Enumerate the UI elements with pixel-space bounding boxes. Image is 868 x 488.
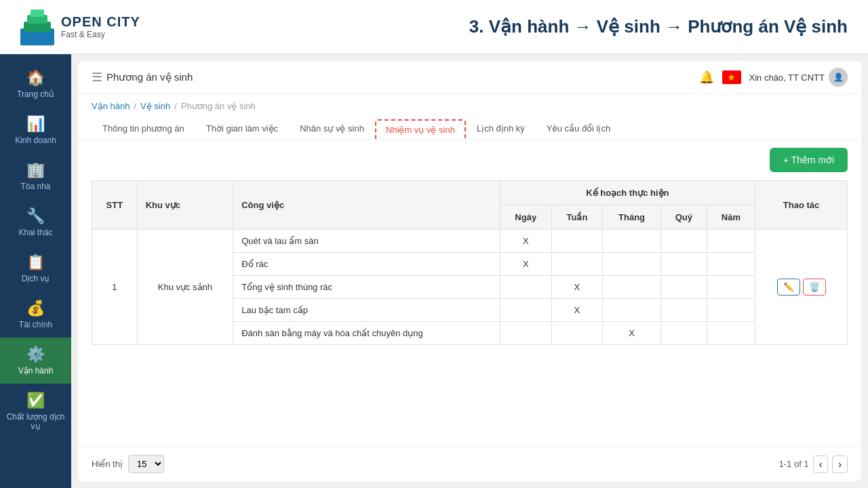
sidebar-item-kinh-doanh[interactable]: 📊 Kinh doanh: [0, 107, 71, 153]
sidebar-item-dich-vu[interactable]: 📋 Dịch vụ: [0, 245, 71, 291]
edit-button[interactable]: ✏️: [777, 279, 800, 296]
add-button[interactable]: + Thêm mới: [770, 148, 848, 172]
table-cell-nam: [707, 276, 755, 299]
table-cell-stt: 1: [92, 230, 138, 345]
breadcrumb-van-hanh[interactable]: Vận hành: [92, 101, 130, 111]
logo-text: OPEN CITY Fast & Easy: [61, 14, 140, 39]
table-cell-thang: X: [603, 322, 661, 345]
bell-icon[interactable]: 🔔: [699, 70, 714, 85]
logo-area: OPEN CITY Fast & Easy: [20, 8, 140, 45]
flag-star: ★: [727, 72, 736, 83]
col-quy: Quý: [661, 205, 707, 230]
kinh-doanh-icon: 📊: [26, 115, 45, 133]
table-cell-quy: [661, 322, 707, 345]
sidebar-label-dich-vu: Dịch vụ: [22, 274, 50, 283]
main-layout: 🏠 Trang chủ 📊 Kinh doanh 🏢 Tòa nhà 🔧 Kha…: [0, 54, 868, 488]
col-tuan: Tuần: [551, 205, 602, 230]
col-nam: Năm: [707, 205, 755, 230]
table-cell-quy: [661, 230, 707, 253]
table-footer: Hiển thị 15 25 50 1-1 of 1 ‹ ›: [78, 446, 861, 481]
flag-icon[interactable]: ★: [722, 70, 741, 84]
sidebar-item-khai-thac[interactable]: 🔧 Khai thác: [0, 199, 71, 245]
sidebar-item-chat-luong[interactable]: ✅ Chất lượng dịch vụ: [0, 384, 71, 439]
sidebar-item-van-hanh[interactable]: ⚙️ Vận hành: [0, 338, 71, 384]
logo-subtitle: Fast & Easy: [61, 30, 140, 39]
table-cell-quy: [661, 299, 707, 322]
col-khu-vuc: Khu vực: [137, 181, 233, 230]
table-cell-cong-viec: Đánh sàn bằng máy và hóa chất chuyên dụn…: [233, 322, 500, 345]
sidebar-label-chat-luong: Chất lượng dịch vụ: [5, 412, 66, 431]
table-cell-quy: [661, 276, 707, 299]
table-container: STT Khu vực Công việc Kế hoạch thực hiện…: [78, 180, 861, 446]
table-cell-nam: [707, 299, 755, 322]
table-cell-thang: [603, 253, 661, 276]
dich-vu-icon: 📋: [26, 253, 45, 271]
tabs: Thông tin phương án Thời gian làm việc N…: [78, 118, 861, 140]
next-page-button[interactable]: ›: [832, 455, 848, 473]
table-cell-tuan: [551, 230, 602, 253]
col-ke-hoach: Kế hoạch thực hiện: [500, 181, 755, 205]
toa-nha-icon: 🏢: [26, 161, 45, 179]
col-cong-viec: Công việc: [233, 181, 500, 230]
tab-yeu-cau[interactable]: Yêu cầu đổi lịch: [536, 118, 621, 139]
van-hanh-icon: ⚙️: [26, 346, 45, 363]
logo-icon: [20, 8, 54, 45]
table-cell-cong-viec: Quét và lau ẩm sàn: [233, 230, 500, 253]
table-cell-cong-viec: Lau bậc tam cấp: [233, 299, 500, 322]
count-select[interactable]: 15 25 50: [128, 455, 164, 473]
khai-thac-icon: 🔧: [26, 207, 45, 225]
sidebar-label-van-hanh: Vận hành: [18, 366, 54, 375]
table-cell-cong-viec: Tổng vệ sinh thùng rác: [233, 276, 500, 299]
sidebar-item-trang-chu[interactable]: 🏠 Trang chủ: [0, 61, 71, 107]
sidebar-item-toa-nha[interactable]: 🏢 Tòa nhà: [0, 153, 71, 199]
tab-thong-tin[interactable]: Thông tin phương án: [92, 118, 195, 139]
table-cell-tuan: [551, 253, 602, 276]
show-label: Hiển thị: [92, 459, 123, 469]
tab-thoi-gian[interactable]: Thời gian làm việc: [195, 118, 289, 139]
table-cell-nam: [707, 322, 755, 345]
content-area: ☰ Phương án vệ sinh 🔔 ★ Xin chào, TT CNT…: [78, 61, 861, 481]
table-cell-cong-viec: Đổ rác: [233, 253, 500, 276]
tab-lich-dinh-ky[interactable]: Lịch định kỳ: [466, 118, 536, 139]
table-cell-quy: [661, 253, 707, 276]
breadcrumb: Vận hành / Vệ sinh / Phương án vệ sinh: [78, 94, 861, 118]
table-cell-nam: [707, 230, 755, 253]
sidebar-item-tai-chinh[interactable]: 💰 Tài chính: [0, 291, 71, 338]
tai-chinh-icon: 💰: [26, 300, 45, 317]
pagination-info: 1-1 of 1: [779, 459, 809, 469]
sidebar-label-kinh-doanh: Kinh doanh: [15, 136, 56, 145]
section-label: ☰ Phương án vệ sinh: [92, 70, 193, 85]
table-cell-thang: [603, 276, 661, 299]
sidebar-label-tai-chinh: Tài chính: [19, 320, 52, 329]
table-cell-ngay: [500, 322, 551, 345]
breadcrumb-sep1: /: [134, 101, 136, 111]
breadcrumb-ve-sinh[interactable]: Vệ sinh: [140, 101, 170, 111]
avatar: 👤: [829, 68, 848, 87]
tab-nhiem-vu[interactable]: Nhiệm vụ vệ sinh: [375, 119, 466, 139]
section-title: Phương án vệ sinh: [106, 71, 193, 83]
breadcrumb-sep2: /: [174, 101, 177, 111]
sidebar-label-trang-chu: Trang chủ: [17, 89, 54, 99]
toolbar: + Thêm mới: [78, 140, 861, 180]
sidebar: 🏠 Trang chủ 📊 Kinh doanh 🏢 Tòa nhà 🔧 Kha…: [0, 54, 71, 488]
prev-page-button[interactable]: ‹: [813, 455, 829, 473]
tab-nhan-su[interactable]: Nhân sự vệ sinh: [289, 118, 375, 139]
sidebar-label-toa-nha: Tòa nhà: [20, 182, 50, 191]
table-cell-tuan: [551, 322, 602, 345]
content-header-right: 🔔 ★ Xin chào, TT CNTT 👤: [699, 68, 848, 87]
delete-button[interactable]: 🗑️: [803, 279, 826, 296]
table-cell-tuan: X: [551, 276, 602, 299]
table-cell-actions: ✏️🗑️: [755, 230, 848, 345]
table-cell-khu-vuc: Khu vực sảnh: [137, 230, 233, 345]
table-cell-ngay: X: [500, 230, 551, 253]
svg-rect-3: [31, 9, 44, 17]
tasks-table: STT Khu vực Công việc Kế hoạch thực hiện…: [92, 180, 848, 345]
show-count: Hiển thị 15 25 50: [92, 455, 164, 473]
col-thang: Tháng: [603, 205, 661, 230]
table-cell-ngay: [500, 276, 551, 299]
home-icon: 🏠: [26, 69, 45, 87]
top-header: OPEN CITY Fast & Easy 3. Vận hành → Vệ s…: [0, 0, 868, 54]
table-cell-ngay: [500, 299, 551, 322]
user-greeting: Xin chào, TT CNTT: [749, 73, 825, 83]
user-info: Xin chào, TT CNTT 👤: [749, 68, 848, 87]
